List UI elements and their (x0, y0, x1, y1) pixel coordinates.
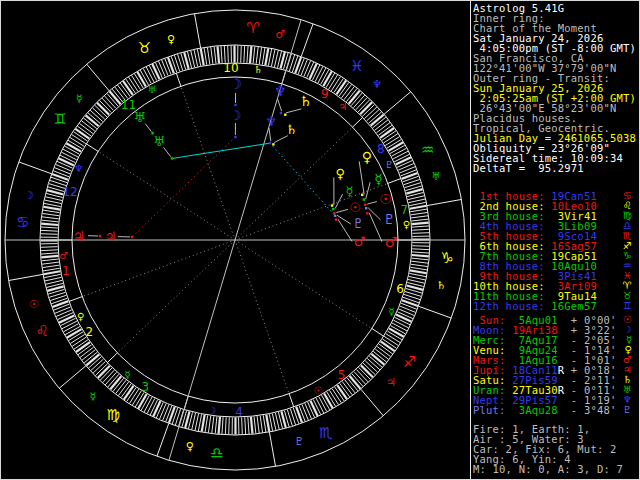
inner-ring-jupiter-icon: ♃ (105, 229, 117, 244)
inner-ring-sun-icon: ☉ (349, 200, 361, 215)
info-line: DeltaT = 95.2971 (473, 163, 638, 173)
house-cusp-value: 16Gem57 (545, 300, 597, 312)
house-number: 8 (377, 142, 385, 156)
sign-ruler-icon: ♀ (167, 33, 175, 46)
sign-ruler-icon: ☿ (89, 390, 96, 403)
totals-text: M: 10, N: 0, A: 3, D: 7 (473, 463, 623, 475)
inner-ring-moon-icon: ☽ (230, 108, 242, 123)
outer-ring-neptune-icon: ♆ (274, 83, 287, 99)
house-row: 12th house: 16Gem57♊ (473, 301, 638, 311)
sign-ruler-icon: ☽ (24, 189, 34, 202)
house-ruler-icon: ♇ (385, 159, 394, 170)
sign-scorpio-icon: ♏ (319, 424, 333, 442)
outer-ring-jupiter-icon: ♃ (73, 228, 86, 244)
sign-ruler-icon: ☿ (76, 92, 83, 105)
planet-icon: ♇ (623, 405, 632, 415)
house-ruler-icon: ☽ (208, 405, 217, 416)
sign-capricorn-icon: ♑ (441, 249, 454, 267)
sign-ruler-icon: ♅ (431, 170, 441, 183)
house-number: 12 (62, 185, 77, 199)
sign-leo-icon: ♌ (35, 322, 48, 340)
house-number: 4 (235, 405, 243, 419)
house-ruler-icon: ♄ (253, 64, 262, 75)
sign-ruler-icon: ♀ (186, 440, 194, 453)
house-number: 1 (62, 264, 70, 278)
sign-aries-icon: ♈ (246, 19, 259, 37)
house-ruler-icon: ♂ (59, 250, 68, 261)
inner-ring-neptune-icon: ♆ (265, 114, 277, 129)
planet-position-list: Sun: 5Aqu01 + 0°00'☉Moon: 19Ari38 + 3°22… (473, 315, 638, 415)
inner-ring-mercury-icon: ☿ (345, 184, 353, 199)
totals-line: M: 10, N: 0, A: 3, D: 7 (473, 464, 638, 474)
info-text: DeltaT = 95.2971 (473, 162, 584, 174)
zodiac-sign-icon: ♊ (623, 301, 632, 311)
house-number: 11 (121, 98, 136, 112)
sign-ruler-icon: ♃ (386, 376, 396, 389)
sign-ruler-icon: ♆ (372, 78, 382, 91)
planet-latitude: - 3°48' (564, 404, 616, 416)
sign-gemini-icon: ♊ (53, 110, 66, 128)
planet-row: Plut: 3Aqu28 - 3°48'♇ (473, 405, 638, 415)
house-ruler-icon: ♃ (338, 101, 347, 112)
outer-ring-saturn-icon: ♄ (299, 93, 312, 109)
inner-ring-saturn-icon: ♄ (285, 122, 297, 137)
inner-ring-pluto-icon: ♇ (353, 216, 365, 231)
astrolog-window: ☉☉☽☽☿☿♀♀♂♂♃♃♄♄♅♅♆♆♇♇1♂2♀3☿4☽5☉6☿7♀8♇9♃10… (0, 0, 640, 480)
sign-pisces-icon: ♓ (350, 57, 363, 75)
house-number: 7 (400, 203, 408, 217)
sign-ruler-icon: ♇ (294, 435, 304, 448)
house-number: 6 (396, 282, 404, 296)
house-number: 5 (338, 368, 346, 382)
sign-ruler-icon: ♄ (436, 279, 446, 292)
chart-wheel: ☉☉☽☽☿☿♀♀♂♂♃♃♄♄♅♅♆♆♇♇1♂2♀3☿4☽5☉6☿7♀8♇9♃10… (0, 0, 470, 480)
outer-ring-pluto-icon: ♇ (383, 211, 396, 227)
aspect-lines (132, 137, 335, 237)
inner-ring-mars-icon: ♂ (354, 234, 366, 249)
chart-info-header: Astrolog 5.41GInner ring:Chart of the Mo… (473, 3, 638, 173)
outer-ring-mercury-icon: ☿ (374, 171, 383, 187)
house-ruler-icon: ♅ (148, 84, 157, 95)
house-number: 9 (321, 87, 329, 101)
sign-ruler-icon: ☉ (29, 298, 39, 311)
sign-taurus-icon: ♉ (138, 39, 151, 57)
sign-cancer-icon: ♋ (16, 213, 29, 231)
outer-ring-moon-icon: ☽ (229, 76, 242, 92)
house-ruler-icon: ♀ (77, 311, 84, 322)
outer-ring-sun-icon: ☉ (379, 191, 392, 207)
planet-position-value: 3Aqu28 (506, 404, 558, 416)
house-ruler-icon: ♀ (403, 219, 410, 230)
sign-libra-icon: ♎ (210, 444, 223, 462)
sign-virgo-icon: ♍ (107, 406, 120, 424)
sign-ruler-icon: ♂ (275, 28, 285, 41)
inner-ring-venus-icon: ♀ (335, 166, 345, 181)
inner-ring-uranus-icon: ♅ (153, 134, 165, 149)
house-number: 10 (223, 61, 238, 75)
outer-ring-venus-icon: ♀ (362, 149, 372, 165)
outer-ring-mars-icon: ♂ (385, 234, 398, 250)
sign-sagittarius-icon: ♐ (403, 353, 416, 371)
sign-aquarius-icon: ♒ (421, 141, 434, 159)
house-number: 3 (141, 380, 149, 394)
house-cusp-list: 1st house: 19Can51♋ 2nd house: 10Leo10♌ … (473, 191, 638, 311)
info-panel: Astrolog 5.41GInner ring:Chart of the Mo… (473, 3, 638, 474)
element-totals: Fire: 1, Earth: 1,Air : 5, Water: 3Car: … (473, 424, 638, 474)
house-number: 2 (85, 325, 93, 339)
planet-label: Plut: (473, 404, 506, 416)
house-ruler-icon: ☉ (313, 385, 322, 396)
house-ruler-icon: ♆ (74, 163, 83, 174)
house-ruler-icon: ☿ (388, 306, 394, 317)
house-ruler-icon: ☿ (124, 369, 130, 380)
house-label: 12th house: (473, 300, 545, 312)
panel-divider (470, 0, 471, 480)
